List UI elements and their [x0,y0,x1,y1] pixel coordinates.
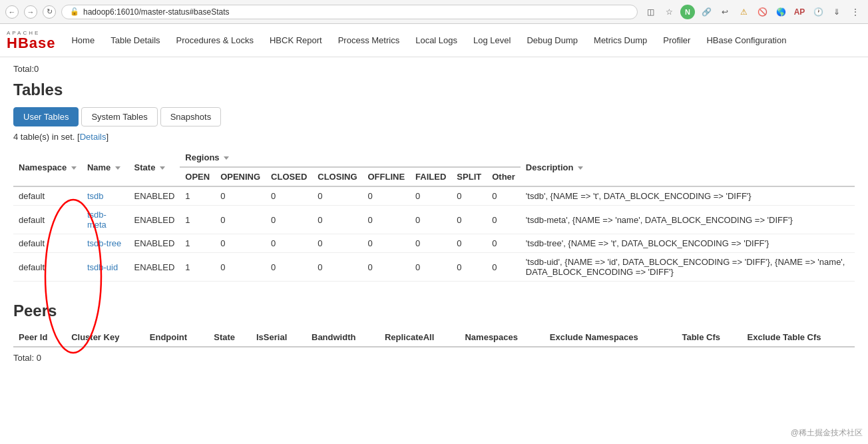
cell-other: 0 [487,253,521,282]
nav-profiler[interactable]: Profiler [656,31,697,49]
cell-description: 'tsdb-uid', {NAME => 'id', DATA_BLOCK_EN… [521,253,855,282]
th-regions[interactable]: Regions [180,148,521,167]
undo-icon[interactable]: ↩ [718,5,732,19]
nav-local-logs[interactable]: Local Logs [409,31,464,49]
th-namespace[interactable]: Namespace [13,148,82,186]
star-icon[interactable]: ☆ [662,5,676,19]
cell-split: 0 [451,186,487,206]
cell-namespace: default [13,206,82,234]
nav-hbck-report[interactable]: HBCK Report [263,31,329,49]
extension2-icon[interactable]: 🌎 [773,5,788,19]
cell-closing: 0 [312,234,362,253]
details-link[interactable]: Details [80,132,107,142]
url-text: hadoop6:16010/master-status#baseStats [83,7,229,17]
nav-metrics-dump[interactable]: Metrics Dump [587,31,654,49]
browser-bar: ← → ↻ 🔓 hadoop6:16010/master-status#base… [0,0,868,24]
lock-icon: 🔓 [70,7,79,16]
peers-th: Bandwidth [306,328,379,347]
peers-th: Exclude Table Cfs [742,328,855,347]
cell-closed: 0 [266,234,312,253]
back-button[interactable]: ← [5,5,19,19]
table-count-end: ] [106,132,108,142]
nav-table-details[interactable]: Table Details [104,31,166,49]
th-split[interactable]: SPLIT [451,167,487,186]
logo: APACHE HBase [7,31,55,51]
nav-hbase-config[interactable]: HBase Configuration [700,31,793,49]
th-opening[interactable]: OPENING [215,167,266,186]
tab-snapshots[interactable]: Snapshots [160,107,221,126]
forward-button[interactable]: → [24,5,37,19]
peers-th: Peer Id [13,328,66,347]
nav-log-level[interactable]: Log Level [467,31,517,49]
peers-th: Namespaces [459,328,544,347]
table-name-link[interactable]: tsdb-meta [87,210,107,230]
peers-section: Peers Peer IdCluster KeyEndpointStateIsS… [13,302,855,363]
history-icon[interactable]: 🕐 [811,5,825,19]
peers-th: State [208,328,251,347]
state-sort-icon [160,166,165,170]
cell-offline: 0 [363,253,411,282]
th-description[interactable]: Description [521,148,855,186]
cell-namespace: default [13,234,82,253]
cell-other: 0 [487,186,521,206]
nav-procedures-locks[interactable]: Procedures & Locks [170,31,260,49]
th-name[interactable]: Name [82,148,129,186]
cell-opening: 0 [215,253,266,282]
cell-opening: 0 [215,206,266,234]
nav-debug-dump[interactable]: Debug Dump [520,31,584,49]
th-other[interactable]: Other [487,167,521,186]
profile-icon[interactable]: N [680,5,695,19]
cell-opening: 0 [215,186,266,206]
table-count: 4 table(s) in set. [Details] [13,132,855,142]
table-name-link[interactable]: tsdb-tree [87,238,121,248]
nav-home[interactable]: Home [65,31,101,49]
extension3-icon[interactable]: AP [792,5,807,19]
peers-th: Exclude Namespaces [544,328,677,347]
regions-sort-icon [224,156,229,160]
peers-th: IsSerial [251,328,306,347]
peers-th: ReplicateAll [379,328,460,347]
cell-namespace: default [13,186,82,206]
nav-process-metrics[interactable]: Process Metrics [331,31,406,49]
cell-closing: 0 [312,253,362,282]
tab-buttons: User Tables System Tables Snapshots [13,107,855,126]
table-row: default tsdb-tree ENABLED 1 0 0 0 0 0 0 … [13,234,855,253]
table-row: default tsdb ENABLED 1 0 0 0 0 0 0 0 'ts… [13,186,855,206]
cell-name: tsdb-uid [82,253,129,282]
peers-th: Endpoint [144,328,208,347]
cell-closing: 0 [312,206,362,234]
warning-icon[interactable]: ⚠ [736,5,751,19]
th-closed[interactable]: CLOSED [266,167,312,186]
peers-title: Peers [13,302,855,320]
no-sign-icon[interactable]: 🚫 [755,5,769,19]
table-row: default tsdb-meta ENABLED 1 0 0 0 0 0 0 … [13,206,855,234]
download-icon[interactable]: ⇓ [829,5,844,19]
th-failed[interactable]: FAILED [410,167,451,186]
menu-icon[interactable]: ⋮ [848,5,863,19]
cell-open: 1 [180,253,215,282]
namespace-sort-icon [71,166,77,170]
url-bar[interactable]: 🔓 hadoop6:16010/master-status#baseStats [61,5,638,19]
cell-split: 0 [451,253,487,282]
reload-button[interactable]: ↻ [43,5,56,19]
extension1-icon[interactable]: 🔗 [699,5,714,19]
cell-description: 'tsdb-meta', {NAME => 'name', DATA_BLOCK… [521,206,855,234]
tab-system-tables[interactable]: System Tables [81,107,157,126]
cell-state: ENABLED [129,186,180,206]
table-name-link[interactable]: tsdb [87,191,104,201]
tables-table: Namespace Name State Regions Description [13,148,855,282]
cell-name: tsdb-tree [82,234,129,253]
cell-state: ENABLED [129,206,180,234]
cell-closed: 0 [266,253,312,282]
th-open[interactable]: OPEN [180,167,215,186]
table-row: default tsdb-uid ENABLED 1 0 0 0 0 0 0 0… [13,253,855,282]
cell-failed: 0 [410,186,451,206]
tab-user-tables[interactable]: User Tables [13,107,79,126]
peers-th: Table Cfs [676,328,742,347]
extensions-icon[interactable]: ◫ [643,5,658,19]
th-closing[interactable]: CLOSING [312,167,362,186]
cell-state: ENABLED [129,234,180,253]
th-state[interactable]: State [129,148,180,186]
table-name-link[interactable]: tsdb-uid [87,262,118,272]
th-offline[interactable]: OFFLINE [363,167,411,186]
